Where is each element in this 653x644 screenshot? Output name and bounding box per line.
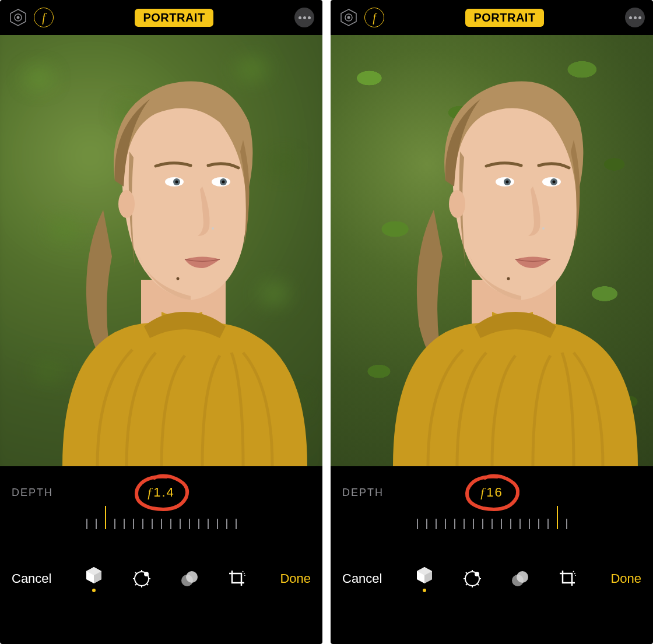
bottom-bar: Cancel Done bbox=[0, 554, 322, 603]
slider-tick bbox=[538, 519, 539, 529]
slider-tick bbox=[161, 519, 162, 529]
active-indicator bbox=[92, 589, 96, 592]
slider-tick bbox=[208, 519, 209, 529]
slider-tick bbox=[152, 519, 153, 529]
slider-tick bbox=[482, 519, 483, 529]
slider-tick bbox=[417, 519, 418, 529]
depth-slider[interactable] bbox=[0, 519, 322, 554]
depth-row: DEPTH f1.4 bbox=[0, 466, 322, 519]
mode-badge[interactable]: PORTRAIT bbox=[465, 9, 543, 27]
slider-tick bbox=[114, 519, 115, 529]
slider-tick bbox=[491, 519, 493, 529]
bottom-bar: Cancel Done bbox=[331, 554, 653, 603]
slider-tick bbox=[566, 519, 567, 529]
slider-tick bbox=[180, 519, 181, 529]
portrait-tool[interactable] bbox=[413, 565, 436, 593]
top-bar: f PORTRAIT bbox=[0, 0, 322, 35]
slider-tick bbox=[86, 519, 87, 529]
adjust-tool[interactable] bbox=[131, 565, 153, 593]
editor-screen: f PORTRAIT DEPTH f16 Cancel bbox=[331, 0, 653, 644]
tool-row bbox=[83, 565, 248, 593]
slider-tick bbox=[133, 519, 134, 529]
editor-screen: f PORTRAIT DEPTH f1.4 Cancel bbox=[0, 0, 322, 644]
more-icon[interactable] bbox=[625, 8, 645, 27]
done-button[interactable]: Done bbox=[610, 571, 641, 586]
adjust-tool[interactable] bbox=[461, 565, 483, 593]
photo-preview[interactable] bbox=[0, 35, 322, 466]
tool-row bbox=[413, 565, 579, 593]
slider-tick bbox=[426, 519, 427, 529]
active-indicator bbox=[423, 589, 426, 592]
aperture-value: f1.4 bbox=[148, 485, 175, 500]
slider-tick bbox=[198, 519, 199, 529]
lighting-icon[interactable] bbox=[339, 8, 359, 27]
cancel-button[interactable]: Cancel bbox=[342, 571, 382, 586]
slider-tick bbox=[464, 519, 465, 529]
more-icon[interactable] bbox=[294, 8, 314, 27]
depth-row: DEPTH f16 bbox=[331, 466, 653, 519]
slider-tick bbox=[519, 519, 521, 529]
top-bar: f PORTRAIT bbox=[331, 0, 653, 35]
depth-slider[interactable] bbox=[331, 519, 653, 554]
crop-tool[interactable] bbox=[226, 565, 248, 593]
slider-tick bbox=[445, 519, 446, 529]
mode-badge[interactable]: PORTRAIT bbox=[135, 9, 213, 27]
slider-indicator bbox=[557, 506, 558, 529]
slider-tick bbox=[501, 519, 502, 529]
slider-tick bbox=[217, 519, 218, 529]
lighting-icon[interactable] bbox=[8, 8, 28, 27]
depth-label: DEPTH bbox=[12, 487, 53, 499]
slider-tick bbox=[436, 519, 437, 529]
slider-tick bbox=[454, 519, 455, 529]
slider-tick bbox=[124, 519, 125, 529]
slider-tick bbox=[510, 519, 511, 529]
depth-label: DEPTH bbox=[342, 487, 384, 499]
subject bbox=[340, 35, 644, 466]
slider-tick bbox=[142, 519, 143, 529]
slider-tick bbox=[473, 519, 474, 529]
slider-tick bbox=[226, 519, 227, 529]
aperture-icon[interactable]: f bbox=[364, 8, 384, 27]
cancel-button[interactable]: Cancel bbox=[12, 571, 51, 586]
slider-tick bbox=[96, 519, 97, 529]
filters-tool[interactable] bbox=[178, 565, 201, 593]
slider-tick bbox=[170, 519, 171, 529]
slider-tick bbox=[189, 519, 190, 529]
subject bbox=[10, 35, 313, 466]
slider-tick bbox=[529, 519, 530, 529]
slider-tick bbox=[547, 519, 549, 529]
crop-tool[interactable] bbox=[557, 565, 579, 593]
aperture-value: f16 bbox=[480, 485, 503, 500]
filters-tool[interactable] bbox=[509, 565, 531, 593]
done-button[interactable]: Done bbox=[280, 571, 311, 586]
photo-preview[interactable] bbox=[331, 35, 653, 466]
portrait-tool[interactable] bbox=[83, 565, 105, 593]
slider-indicator bbox=[105, 506, 106, 529]
aperture-icon[interactable]: f bbox=[34, 8, 54, 27]
slider-tick bbox=[236, 519, 237, 529]
